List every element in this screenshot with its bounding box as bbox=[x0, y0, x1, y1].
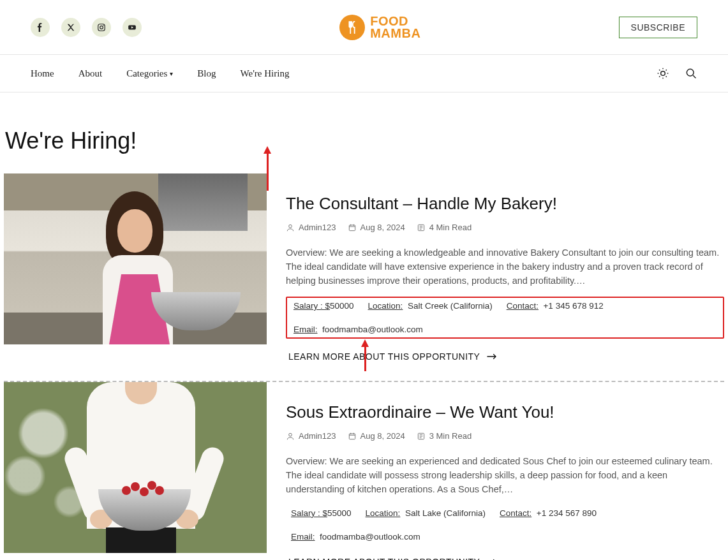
author-meta: Admin123 bbox=[286, 223, 336, 232]
contact-label: Contact: bbox=[500, 508, 531, 518]
nav-blog[interactable]: Blog bbox=[197, 68, 216, 79]
email-label: Email: bbox=[291, 532, 315, 542]
author-meta: Admin123 bbox=[286, 431, 336, 441]
svg-point-1 bbox=[100, 26, 103, 29]
nav-categories[interactable]: Categories▾ bbox=[126, 68, 173, 79]
logo-mark-icon bbox=[339, 15, 365, 40]
post-title[interactable]: Sous Extraordinaire – We Want You! bbox=[286, 402, 724, 422]
subscribe-button[interactable]: SUBSCRIBE bbox=[619, 17, 697, 38]
instagram-icon[interactable] bbox=[92, 18, 111, 37]
learn-more-link[interactable]: LEARN MORE ABOUT THIS OPPORTUNITY bbox=[286, 351, 724, 362]
contact-value: +1 345 678 912 bbox=[543, 301, 603, 311]
learn-more-link[interactable]: LEARN MORE ABOUT THIS OPPORTUNITY bbox=[286, 557, 724, 561]
svg-rect-10 bbox=[349, 434, 355, 439]
nav-label: Blog bbox=[197, 68, 216, 79]
logo-line2: MAMBA bbox=[370, 27, 420, 40]
post-date: Aug 8, 2024 bbox=[360, 223, 405, 232]
salary-label: Salary : $ bbox=[291, 508, 327, 518]
contact-label: Contact: bbox=[507, 301, 539, 311]
location-value: Salt Lake (California) bbox=[405, 508, 486, 518]
chevron-down-icon: ▾ bbox=[170, 70, 173, 77]
header-top: FOOD MAMBA SUBSCRIBE bbox=[0, 0, 728, 54]
nav-label: Home bbox=[31, 68, 54, 79]
nav-label: About bbox=[78, 68, 103, 79]
location-value: Salt Creek (California) bbox=[408, 301, 493, 311]
search-icon[interactable] bbox=[685, 67, 697, 80]
email-label: Email: bbox=[293, 325, 318, 334]
post-meta: Admin123 Aug 8, 2024 3 Min Read bbox=[286, 431, 724, 441]
post-thumbnail[interactable] bbox=[4, 382, 267, 553]
svg-point-6 bbox=[289, 225, 292, 228]
email-value: foodmamba@outlook.com bbox=[320, 532, 420, 542]
post-meta: Admin123 Aug 8, 2024 4 Min Read bbox=[286, 223, 724, 232]
site-logo[interactable]: FOOD MAMBA bbox=[339, 15, 420, 40]
location-label: Location: bbox=[368, 301, 403, 311]
salary-value: 55000 bbox=[327, 508, 352, 518]
author-name: Admin123 bbox=[299, 223, 336, 232]
post-title[interactable]: The Consultant – Handle My Bakery! bbox=[286, 194, 724, 214]
post-item: Sous Extraordinaire – We Want You! Admin… bbox=[4, 382, 724, 560]
read-meta: 3 Min Read bbox=[417, 431, 472, 441]
salary-label: Salary : $ bbox=[293, 301, 330, 311]
post-body: The Consultant – Handle My Bakery! Admin… bbox=[286, 173, 724, 362]
location-label: Location: bbox=[366, 508, 401, 518]
post-date: Aug 8, 2024 bbox=[360, 431, 405, 441]
logo-text: FOOD MAMBA bbox=[370, 15, 420, 40]
svg-point-4 bbox=[661, 71, 665, 76]
page-title: We're Hiring! bbox=[0, 92, 728, 173]
svg-point-9 bbox=[289, 433, 292, 436]
salary-value: 50000 bbox=[330, 301, 354, 311]
post-item: The Consultant – Handle My Bakery! Admin… bbox=[4, 173, 724, 381]
post-thumbnail[interactable] bbox=[4, 173, 267, 344]
post-excerpt: Overview: We are seeking an experienced … bbox=[286, 455, 724, 496]
nav-home[interactable]: Home bbox=[31, 68, 54, 79]
svg-rect-7 bbox=[349, 225, 355, 230]
nav-label: We're Hiring bbox=[241, 68, 290, 79]
nav-links: Home About Categories▾ Blog We're Hiring bbox=[31, 68, 289, 79]
cta-label: LEARN MORE ABOUT THIS OPPORTUNITY bbox=[288, 351, 480, 362]
post-excerpt: Overview: We are seeking a knowledgeable… bbox=[286, 246, 724, 288]
job-info-bar: Salary : $55000 Location: Salt Lake (Cal… bbox=[286, 506, 724, 544]
arrow-right-icon bbox=[486, 352, 498, 361]
date-meta: Aug 8, 2024 bbox=[348, 431, 405, 441]
social-links bbox=[31, 18, 142, 37]
read-meta: 4 Min Read bbox=[417, 223, 472, 232]
contact-value: +1 234 567 890 bbox=[537, 508, 597, 518]
facebook-icon[interactable] bbox=[31, 18, 50, 37]
svg-point-5 bbox=[687, 69, 694, 76]
nav-actions bbox=[657, 67, 697, 80]
cta-label: LEARN MORE ABOUT THIS OPPORTUNITY bbox=[288, 557, 480, 561]
svg-point-2 bbox=[103, 25, 104, 26]
nav-label: Categories bbox=[126, 68, 167, 79]
main-nav: Home About Categories▾ Blog We're Hiring bbox=[0, 54, 728, 92]
date-meta: Aug 8, 2024 bbox=[348, 223, 405, 232]
logo-line1: FOOD bbox=[370, 15, 420, 27]
theme-toggle-icon[interactable] bbox=[657, 67, 669, 80]
read-time: 4 Min Read bbox=[429, 223, 472, 232]
arrow-right-icon bbox=[486, 557, 498, 561]
nav-about[interactable]: About bbox=[78, 68, 103, 79]
post-body: Sous Extraordinaire – We Want You! Admin… bbox=[286, 382, 724, 560]
author-name: Admin123 bbox=[299, 431, 336, 441]
read-time: 3 Min Read bbox=[429, 431, 472, 441]
x-twitter-icon[interactable] bbox=[61, 18, 80, 37]
youtube-icon[interactable] bbox=[123, 18, 142, 37]
post-list: The Consultant – Handle My Bakery! Admin… bbox=[0, 173, 728, 560]
job-info-bar: Salary : $50000 Location: Salt Creek (Ca… bbox=[286, 297, 724, 339]
nav-hiring[interactable]: We're Hiring bbox=[241, 68, 290, 79]
email-value: foodmamba@outlook.com bbox=[322, 325, 423, 334]
